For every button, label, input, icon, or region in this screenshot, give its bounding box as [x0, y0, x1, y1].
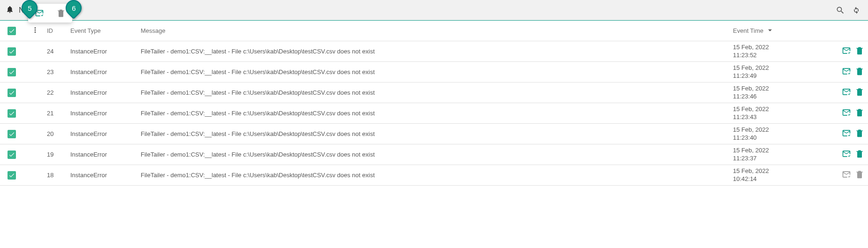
- row-id: 20: [47, 130, 70, 137]
- col-event-time[interactable]: Event Time: [733, 26, 827, 35]
- row-event-type: InstanceError: [70, 68, 141, 75]
- row-checkbox[interactable]: [8, 47, 16, 56]
- table-row: 23InstanceErrorFileTailer - demo1:CSV:__…: [0, 62, 868, 83]
- annotation-pin: 6: [66, 0, 82, 16]
- row-mark-read-button[interactable]: [842, 170, 851, 180]
- row-event-time: 15 Feb, 202211:23:43: [733, 105, 827, 121]
- row-message: FileTailer - demo1:CSV:__latest - File c…: [141, 48, 733, 55]
- search-button[interactable]: [832, 2, 848, 18]
- row-mark-read-button[interactable]: [842, 108, 851, 119]
- row-delete-button[interactable]: [855, 149, 864, 160]
- row-delete-button[interactable]: [855, 67, 864, 77]
- col-event-time-label: Event Time: [733, 27, 763, 34]
- row-id: 21: [47, 110, 70, 117]
- pin-number: 6: [72, 4, 75, 12]
- notifications-table: ID Event Type Message Event Time 24Insta…: [0, 21, 868, 186]
- col-message[interactable]: Message: [141, 27, 733, 34]
- row-message: FileTailer - demo1:CSV:__latest - File c…: [141, 110, 733, 117]
- row-mark-read-button[interactable]: [842, 149, 851, 160]
- row-message: FileTailer - demo1:CSV:__latest - File c…: [141, 68, 733, 75]
- row-mark-read-button[interactable]: [842, 67, 851, 77]
- col-id[interactable]: ID: [47, 27, 70, 34]
- row-id: 22: [47, 89, 70, 96]
- row-delete-button[interactable]: [855, 46, 864, 57]
- row-event-time: 15 Feb, 202211:23:52: [733, 44, 827, 60]
- header-menu-button[interactable]: [31, 26, 39, 36]
- select-all-checkbox[interactable]: [8, 27, 16, 35]
- row-message: FileTailer - demo1:CSV:__latest - File c…: [141, 89, 733, 96]
- table-row: 24InstanceErrorFileTailer - demo1:CSV:__…: [0, 41, 868, 62]
- row-delete-button[interactable]: [855, 108, 864, 119]
- annotation-pin: 5: [22, 0, 38, 16]
- table-header: ID Event Type Message Event Time: [0, 21, 868, 41]
- row-mark-read-button[interactable]: [842, 128, 851, 139]
- table-row: 18InstanceErrorFileTailer - demo1:CSV:__…: [0, 165, 868, 186]
- refresh-button[interactable]: [848, 2, 864, 18]
- table-row: 21InstanceErrorFileTailer - demo1:CSV:__…: [0, 103, 868, 124]
- table-row: 19InstanceErrorFileTailer - demo1:CSV:__…: [0, 144, 868, 165]
- row-event-time: 15 Feb, 202211:23:40: [733, 126, 827, 142]
- row-message: FileTailer - demo1:CSV:__latest - File c…: [141, 172, 733, 179]
- row-mark-read-button[interactable]: [842, 87, 851, 98]
- row-delete-button[interactable]: [855, 87, 864, 98]
- row-event-type: InstanceError: [70, 172, 141, 179]
- bell-icon: [6, 5, 14, 15]
- row-event-type: InstanceError: [70, 110, 141, 117]
- table-row: 22InstanceErrorFileTailer - demo1:CSV:__…: [0, 83, 868, 103]
- col-event-type[interactable]: Event Type: [70, 27, 141, 34]
- row-message: FileTailer - demo1:CSV:__latest - File c…: [141, 130, 733, 137]
- row-id: 24: [47, 48, 70, 55]
- table-row: 20InstanceErrorFileTailer - demo1:CSV:__…: [0, 124, 868, 144]
- row-event-type: InstanceError: [70, 130, 141, 137]
- row-delete-button[interactable]: [855, 128, 864, 139]
- row-event-time: 15 Feb, 202211:23:37: [733, 147, 827, 163]
- row-event-time: 15 Feb, 202211:23:46: [733, 85, 827, 101]
- row-mark-read-button[interactable]: [842, 46, 851, 57]
- row-event-type: InstanceError: [70, 89, 141, 96]
- row-event-type: InstanceError: [70, 48, 141, 55]
- row-id: 23: [47, 68, 70, 75]
- row-checkbox[interactable]: [8, 109, 16, 118]
- row-checkbox[interactable]: [8, 68, 16, 76]
- row-message: FileTailer - demo1:CSV:__latest - File c…: [141, 151, 733, 158]
- row-id: 19: [47, 151, 70, 158]
- row-checkbox[interactable]: [8, 171, 16, 180]
- row-event-type: InstanceError: [70, 151, 141, 158]
- row-delete-button[interactable]: [855, 170, 864, 180]
- row-checkbox[interactable]: [8, 150, 16, 159]
- sort-desc-icon: [766, 26, 774, 35]
- row-checkbox[interactable]: [8, 89, 16, 97]
- page-header: Notifications: [0, 0, 868, 21]
- row-checkbox[interactable]: [8, 130, 16, 138]
- row-event-time: 15 Feb, 202210:42:14: [733, 167, 827, 183]
- row-event-time: 15 Feb, 202211:23:49: [733, 64, 827, 80]
- row-id: 18: [47, 172, 70, 179]
- pin-number: 5: [28, 4, 31, 12]
